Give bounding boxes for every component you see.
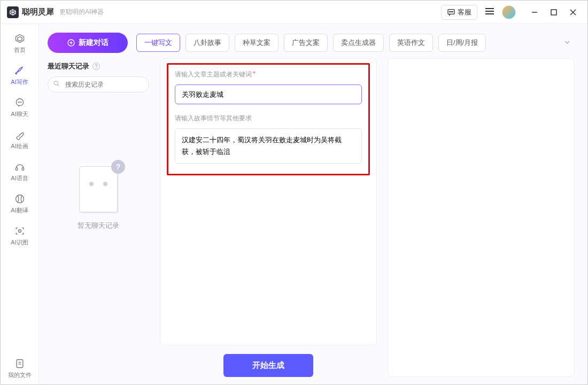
svg-point-19 — [19, 102, 20, 103]
help-icon[interactable]: ? — [92, 63, 100, 70]
nav-label: 我的文件 — [8, 371, 32, 379]
history-search-input[interactable] — [48, 76, 149, 93]
minimize-icon — [531, 9, 538, 16]
svg-point-18 — [18, 102, 19, 103]
nav-paint[interactable]: AI绘画 — [11, 124, 28, 156]
chip-seeding-copy[interactable]: 种草文案 — [235, 34, 278, 52]
chevron-down-icon — [563, 38, 571, 47]
svg-point-5 — [450, 11, 450, 12]
chip-english-essay[interactable]: 英语作文 — [389, 34, 433, 52]
app-logo: 聪明灵犀 — [7, 6, 54, 18]
template-chips: 一键写文 八卦故事 种草文案 广告文案 卖点生成器 英语作文 日/周/月报 — [136, 34, 551, 52]
avatar[interactable] — [502, 5, 516, 19]
detail-textarea[interactable] — [175, 128, 362, 164]
home-icon — [14, 33, 26, 44]
chat-bubble-icon — [447, 8, 455, 17]
svg-point-31 — [54, 81, 58, 85]
left-nav: 首页 AI写作 AI聊天 AI绘画 — [1, 24, 39, 384]
nav-label: AI翻译 — [11, 206, 28, 214]
nav-write[interactable]: AI写作 — [11, 59, 28, 91]
close-icon — [569, 9, 577, 16]
maximize-icon — [551, 9, 557, 16]
empty-illustration: ? — [72, 160, 125, 213]
svg-point-24 — [18, 230, 21, 233]
history-empty-state: ? 暂无聊天记录 — [48, 160, 149, 230]
maximize-button[interactable] — [546, 5, 562, 20]
nav-translate[interactable]: AI翻译 — [11, 188, 28, 220]
minimize-button[interactable] — [527, 5, 543, 20]
logo-icon — [7, 6, 19, 18]
new-chat-label: 新建对话 — [79, 38, 109, 48]
vision-icon — [14, 225, 26, 237]
svg-rect-12 — [551, 10, 556, 15]
required-star: * — [253, 70, 256, 79]
svg-point-6 — [451, 11, 451, 12]
customer-service-button[interactable]: 客服 — [441, 5, 477, 20]
form-panel: 请输入文章主题或者关键词 * 请输入故事情节等其他要求 — [160, 58, 377, 345]
highlight-box: 请输入文章主题或者关键词 * 请输入故事情节等其他要求 — [167, 63, 370, 175]
history-column: 最近聊天记录 ? ? 暂无聊天记录 — [48, 58, 149, 377]
plus-circle-icon — [67, 38, 75, 47]
nav-label: AI聊天 — [11, 110, 28, 118]
close-button[interactable] — [565, 5, 581, 20]
main-area: 新建对话 一键写文 八卦故事 种草文案 广告文案 卖点生成器 英语作文 日/周/… — [39, 24, 587, 384]
nav-label: 首页 — [14, 46, 26, 54]
topic-label: 请输入文章主题或者关键词 — [175, 70, 252, 79]
chip-report[interactable]: 日/周/月报 — [438, 34, 486, 52]
svg-point-7 — [452, 11, 453, 12]
svg-rect-25 — [17, 360, 23, 368]
chip-gossip-story[interactable]: 八卦故事 — [185, 34, 229, 52]
hamburger-icon — [485, 7, 494, 16]
history-heading: 最近聊天记录 — [48, 61, 89, 71]
result-panel — [388, 58, 575, 377]
service-label: 客服 — [458, 7, 471, 17]
nav-vision[interactable]: AI识图 — [11, 220, 28, 252]
chat-icon — [14, 97, 26, 109]
svg-point-23 — [16, 195, 24, 203]
file-icon — [14, 358, 26, 369]
svg-marker-16 — [17, 37, 21, 41]
new-chat-button[interactable]: 新建对话 — [48, 33, 128, 53]
chip-ad-copy[interactable]: 广告文案 — [284, 34, 328, 52]
svg-point-20 — [21, 102, 21, 103]
nav-label: AI写作 — [11, 78, 28, 86]
titlebar: 聪明灵犀 更聪明的AI神器 客服 — [1, 1, 587, 24]
svg-rect-21 — [16, 168, 17, 171]
svg-rect-22 — [22, 168, 24, 171]
audio-icon — [14, 161, 26, 173]
nav-label: AI识图 — [11, 238, 28, 247]
chip-quick-write[interactable]: 一键写文 — [136, 34, 180, 52]
menu-button[interactable] — [483, 5, 497, 19]
empty-text: 暂无聊天记录 — [78, 221, 119, 230]
svg-line-32 — [58, 84, 59, 86]
detail-label: 请输入故事情节等其他要求 — [175, 114, 252, 123]
topic-input[interactable] — [175, 84, 362, 104]
nav-label: AI语音 — [11, 174, 28, 182]
submit-button[interactable]: 开始生成 — [223, 354, 313, 377]
paint-icon — [14, 129, 26, 141]
nav-my-files[interactable]: 我的文件 — [8, 352, 32, 384]
expand-chips-button[interactable] — [560, 36, 575, 50]
nav-label: AI绘画 — [11, 142, 28, 150]
pen-icon — [14, 65, 26, 76]
app-subtitle: 更聪明的AI神器 — [59, 7, 104, 17]
nav-home[interactable]: 首页 — [14, 27, 26, 59]
nav-chat[interactable]: AI聊天 — [11, 91, 28, 124]
app-name: 聪明灵犀 — [22, 7, 54, 17]
translate-icon — [14, 193, 26, 205]
nav-audio[interactable]: AI语音 — [11, 156, 28, 188]
chip-selling-points[interactable]: 卖点生成器 — [333, 34, 384, 52]
search-icon — [53, 80, 60, 89]
